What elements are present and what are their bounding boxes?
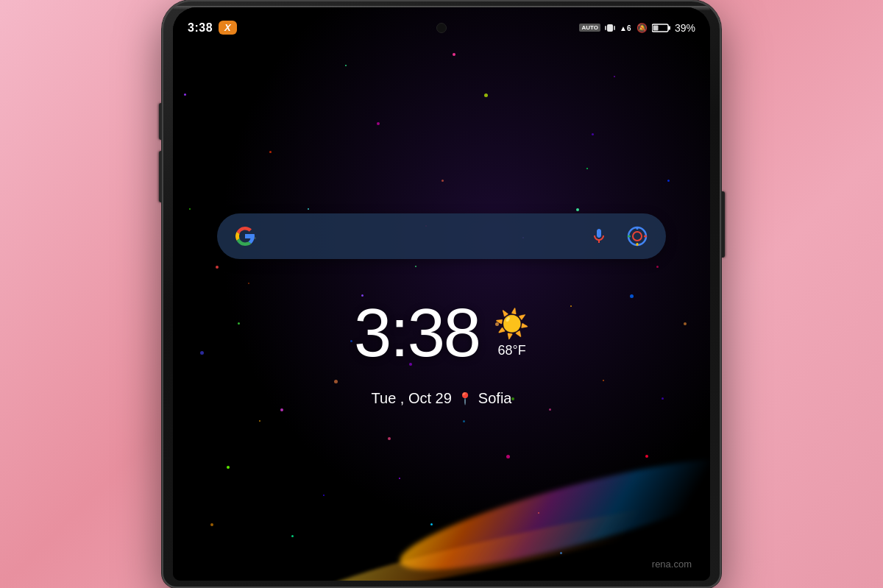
front-camera — [436, 23, 447, 33]
search-right-icons — [585, 222, 651, 250]
date-display: Tue , Oct 29 — [372, 390, 452, 407]
notification-badge-x-label: X — [224, 22, 231, 33]
date-location-widget: Tue , Oct 29 📍 Sofia — [372, 390, 512, 407]
svg-point-9 — [633, 232, 642, 241]
phone-screen: 3:38 X AUTO ▲6 🔕 — [173, 7, 710, 581]
particle — [259, 420, 260, 422]
particle — [291, 535, 294, 537]
particle — [227, 466, 230, 469]
svg-rect-6 — [668, 26, 670, 29]
particle — [280, 408, 283, 411]
particle — [506, 455, 510, 458]
google-g-logo — [232, 223, 258, 249]
particle — [586, 168, 588, 169]
svg-rect-12 — [628, 235, 631, 238]
mute-icon: 🔕 — [636, 23, 648, 33]
battery-percentage: 39% — [675, 22, 695, 34]
particle — [684, 322, 687, 325]
svg-rect-10 — [636, 227, 639, 230]
watermark-text: rena.com — [652, 559, 692, 570]
weather-temperature: 68°F — [497, 343, 525, 358]
auto-icon: AUTO — [579, 24, 600, 32]
particle — [308, 208, 309, 210]
lens-icon — [627, 226, 648, 247]
status-bar-center — [357, 17, 526, 39]
svg-rect-13 — [644, 235, 647, 238]
vibrate-icon — [604, 23, 616, 33]
particle — [576, 208, 579, 211]
particle — [592, 133, 594, 135]
particle — [570, 305, 572, 307]
svg-point-8 — [628, 227, 646, 245]
svg-rect-7 — [653, 25, 658, 30]
location-display: Sofia — [478, 390, 512, 407]
particle — [442, 180, 444, 182]
signal-icon: ▲6 — [620, 23, 633, 33]
status-time: 3:38 — [188, 21, 213, 35]
particle — [248, 283, 249, 284]
particle — [603, 380, 604, 381]
status-bar: 3:38 X AUTO ▲6 🔕 — [173, 7, 710, 48]
particle — [184, 93, 186, 96]
google-mic-button[interactable] — [585, 222, 613, 250]
particle — [614, 76, 615, 77]
particle — [667, 180, 670, 182]
particle — [216, 266, 219, 269]
particle — [238, 322, 240, 325]
status-bar-right: AUTO ▲6 🔕 39% — [526, 22, 695, 34]
notification-badge: X — [219, 21, 237, 35]
weather-sun-icon: ☀️ — [494, 308, 529, 340]
svg-rect-11 — [636, 243, 639, 246]
mic-icon — [590, 227, 608, 245]
particle — [334, 380, 338, 383]
particle — [189, 208, 191, 210]
particle — [549, 408, 551, 411]
particle — [430, 523, 433, 525]
status-bar-left: 3:38 X — [188, 21, 357, 35]
camera-cutout — [412, 17, 471, 39]
particle — [645, 455, 648, 458]
google-search-bar[interactable] — [217, 213, 666, 259]
particle — [388, 437, 391, 440]
svg-rect-0 — [607, 24, 613, 32]
clock-widget: 3:38 ☀️ 68°F — [354, 294, 529, 372]
weather-widget: ☀️ 68°F — [494, 308, 529, 358]
svg-rect-2 — [614, 26, 615, 30]
particle — [630, 294, 634, 298]
battery-icon — [652, 23, 671, 33]
particle — [453, 53, 455, 56]
particle — [269, 151, 272, 153]
svg-text:🔕: 🔕 — [636, 23, 648, 33]
particle — [484, 93, 488, 97]
particle — [399, 478, 400, 479]
power-button — [721, 191, 725, 258]
clock-time-display: 3:38 — [354, 294, 480, 372]
particle — [200, 351, 204, 355]
watermark: rena.com — [652, 559, 692, 570]
particle — [377, 122, 380, 125]
particle — [656, 266, 659, 268]
google-lens-button[interactable] — [623, 222, 651, 250]
svg-text:▲6: ▲6 — [620, 24, 631, 32]
particle — [415, 266, 416, 267]
particle — [350, 340, 352, 342]
particle — [662, 397, 664, 400]
particle — [345, 65, 347, 66]
particle — [323, 495, 325, 496]
location-pin-icon: 📍 — [458, 392, 472, 405]
svg-rect-1 — [605, 26, 606, 30]
particle — [210, 523, 213, 526]
particle — [463, 420, 465, 422]
